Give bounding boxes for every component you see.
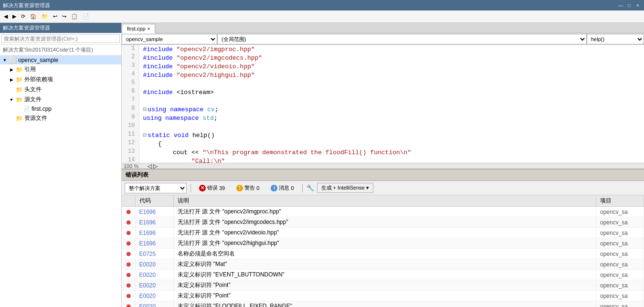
table-row[interactable]: ⊗ E0020 未定义标识符 "Point" opencv_sa: [122, 280, 644, 291]
maximize-btn[interactable]: □: [626, 2, 633, 9]
filter-select[interactable]: 整个解决方案: [125, 183, 187, 193]
line-code[interactable]: [139, 96, 448, 105]
line-code[interactable]: #include "opencv2/imgcodecs.hpp": [139, 53, 448, 62]
expand-icon-ext[interactable]: ▶: [9, 77, 14, 83]
error-project: opencv_sa: [596, 207, 644, 217]
line-code[interactable]: #include "opencv2/imgproc.hpp": [139, 45, 448, 53]
col-code[interactable]: 代码: [135, 195, 173, 207]
tab-firstcpp[interactable]: first.cpp ×: [122, 24, 155, 33]
main-toolbar: ◀ ▶ ⟳ 🏠 📁 ↩ ↪ 📋 📄: [0, 11, 644, 23]
info-badge[interactable]: i 消息 0: [266, 183, 298, 193]
tree-item-headers[interactable]: 📁 头文件: [0, 85, 121, 95]
table-row[interactable]: ⊗ E1696 无法打开 源 文件 "opencv2/highgui.hpp" …: [122, 238, 644, 249]
error-row-icon: ⊗: [126, 293, 131, 299]
error-desc: 未定义标识符 "Mat": [173, 259, 596, 270]
line-code[interactable]: cout << "\nThis program demonstrated the…: [139, 148, 448, 157]
tree-item-resources[interactable]: 📁 资源文件: [0, 113, 121, 123]
expand-icon[interactable]: ▼: [2, 57, 8, 63]
info-label: 消息: [279, 184, 289, 191]
error-desc: 名称必须是命名空间名: [173, 249, 596, 259]
error-badge[interactable]: ✕ 错误 39: [195, 183, 229, 193]
search-input[interactable]: [1, 34, 120, 43]
table-row[interactable]: ⊗ E0020 未定义标识符 "Mat" opencv_sa: [122, 259, 644, 270]
col-project[interactable]: 项目: [596, 195, 644, 207]
col-desc[interactable]: 说明: [173, 195, 596, 207]
line-code[interactable]: ⊟using namespace cv;: [139, 105, 448, 114]
tree-label-ext: 外部依赖项: [24, 75, 53, 84]
forward-btn[interactable]: ▶: [11, 12, 18, 21]
line-code[interactable]: [139, 122, 448, 131]
expand-icon-ref[interactable]: ▶: [9, 67, 14, 73]
scroll-bar[interactable]: 100 % ◁ ▷: [122, 163, 644, 169]
fold-icon[interactable]: ⊟: [143, 132, 147, 139]
table-row: 8 ⊟using namespace cv;: [122, 105, 448, 114]
string: "Call:\n": [191, 158, 225, 163]
error-code: E0020: [135, 291, 173, 301]
redo-btn[interactable]: ↪: [60, 12, 68, 21]
tree-item-references[interactable]: ▶ 📁 引用: [0, 64, 121, 74]
tree-item-ext-deps[interactable]: ▶ 📁 外部依赖项: [0, 74, 121, 85]
minimize-btn[interactable]: —: [617, 2, 624, 9]
range-select[interactable]: (全局范围): [217, 34, 587, 44]
line-code[interactable]: #include "opencv2/highgui.hpp": [139, 71, 448, 79]
undo-btn[interactable]: ↩: [51, 12, 59, 21]
func-select[interactable]: help(): [587, 34, 644, 44]
line-code[interactable]: #include <iostream>: [139, 88, 448, 96]
scope-select[interactable]: opencv_sample: [122, 34, 217, 44]
tree-label-hdr: 头文件: [24, 85, 42, 94]
table-row[interactable]: ⊗ E0725 名称必须是命名空间名 opencv_sa: [122, 249, 644, 259]
error-project: opencv_sa: [596, 249, 644, 259]
back-btn[interactable]: ◀: [2, 12, 10, 21]
line-number: 10: [122, 122, 139, 131]
error-code: E0020: [135, 301, 173, 307]
error-desc: 无法打开 源 文件 "opencv2/videoio.hpp": [173, 228, 596, 238]
table-row[interactable]: ⊗ E1696 无法打开 源 文件 "opencv2/imgproc.hpp" …: [122, 207, 644, 217]
warning-badge[interactable]: ! 警告 0: [232, 183, 264, 193]
refresh-btn[interactable]: ⟳: [19, 12, 27, 21]
tab-close-btn[interactable]: ×: [148, 26, 150, 32]
build-btn[interactable]: 生成 + IntelliSense ▾: [317, 183, 373, 193]
window-controls[interactable]: — □ ×: [617, 2, 641, 9]
line-code[interactable]: {: [139, 139, 448, 148]
table-row[interactable]: ⊗ E1696 无法打开 源 文件 "opencv2/videoio.hpp" …: [122, 228, 644, 238]
home-btn[interactable]: 🏠: [28, 12, 39, 21]
tree-label-project: opencv_sample: [18, 57, 58, 64]
code-editor[interactable]: 1 #include "opencv2/imgproc.hpp" 2 #incl…: [122, 45, 644, 163]
line-code[interactable]: [139, 79, 448, 88]
function-name: help: [192, 132, 207, 139]
error-code: E0020: [135, 270, 173, 280]
error-type-cell: ⊗: [122, 217, 135, 228]
error-code: E1696: [135, 217, 173, 228]
table-row: 11 ⊟static void help(): [122, 131, 448, 139]
fold-icon[interactable]: ⊟: [143, 106, 147, 113]
error-table-wrapper[interactable]: 代码 说明 项目 ⊗ E1696 无法打开 源 文件 "opencv2/imgp…: [122, 195, 644, 307]
close-btn[interactable]: ×: [634, 2, 641, 9]
error-icon: ✕: [199, 185, 206, 191]
folder-icon-ext: 📁: [16, 76, 23, 83]
table-row[interactable]: ⊗ E0020 未定义标识符 "EVENT_LBUTTONDOWN" openc…: [122, 270, 644, 280]
folder-btn[interactable]: 📁: [40, 12, 50, 21]
table-row[interactable]: ⊗ E0020 未定义标识符 "Point" opencv_sa: [122, 291, 644, 301]
table-row: 2 #include "opencv2/imgcodecs.hpp": [122, 53, 448, 62]
copy-btn[interactable]: 📋: [69, 12, 80, 21]
expand-icon-hdr[interactable]: [9, 87, 14, 93]
line-code[interactable]: #include "opencv2/videoio.hpp": [139, 62, 448, 71]
table-row: 7: [122, 96, 448, 105]
file-icon-cpp: 📄: [23, 106, 30, 112]
table-row: 10: [122, 122, 448, 131]
line-code[interactable]: using namespace std;: [139, 114, 448, 122]
new-btn[interactable]: 📄: [81, 12, 91, 21]
table-row[interactable]: ⊗ E1696 无法打开 源 文件 "opencv2/imgcodecs.hpp…: [122, 217, 644, 228]
build-dropdown-icon[interactable]: ▾: [366, 185, 369, 191]
namespace: std: [202, 115, 213, 122]
expand-icon-src[interactable]: ▼: [9, 97, 14, 103]
expand-icon-res[interactable]: [9, 116, 14, 121]
tab-label: first.cpp: [127, 26, 146, 32]
main-container: 解决方案资源管理器 解决方案'Sln20170314Code'(1 个项目) ▼…: [0, 23, 644, 307]
line-code[interactable]: ⊟static void help(): [139, 131, 448, 139]
table-row[interactable]: ⊗ E0020 未定义标识符 "FLOODFILL_FIXED_RANGE" o…: [122, 301, 644, 307]
line-code[interactable]: "Call:\n": [139, 157, 448, 163]
tree-item-firstcpp[interactable]: 📄 first.cpp: [0, 105, 121, 113]
tree-item-project[interactable]: ▼ ⬜ opencv_sample: [0, 55, 121, 64]
tree-item-sources[interactable]: ▼ 📁 源文件: [0, 95, 121, 105]
